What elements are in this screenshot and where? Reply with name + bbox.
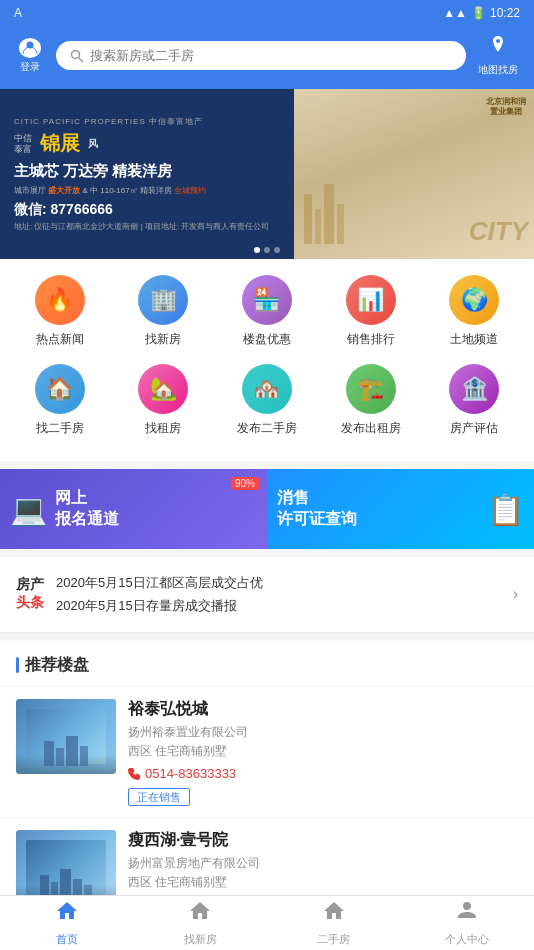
news-item-1[interactable]: 2020年5月15日江都区高层成交占优 — [56, 571, 396, 594]
home-icon — [55, 899, 79, 929]
dot-3 — [274, 247, 280, 253]
property-image-2 — [16, 830, 116, 905]
cat-publish-second[interactable]: 🏘️ 发布二手房 — [227, 364, 307, 437]
banner-subslogan: 城市展厅 盛大开放 & 中 110-167㎡ 精装洋房 全城预约 — [14, 185, 280, 196]
category-row-1: 🔥 热点新闻 🏢 找新房 🏪 楼盘优惠 📊 销售排行 🌍 土地频道 — [8, 275, 526, 348]
search-icon — [70, 49, 84, 63]
svg-point-1 — [72, 50, 80, 58]
dot-2 — [264, 247, 270, 253]
wifi-icon: ▲▲ — [443, 6, 467, 20]
news-list: 2020年5月15日江都区高层成交占优 2020年5月15日存量房成交播报 — [56, 571, 501, 618]
property-area-1: 西区 住宅商铺别墅 — [128, 743, 518, 760]
status-signal-left: A — [14, 6, 22, 20]
cat-discount[interactable]: 🏪 楼盘优惠 — [227, 275, 307, 348]
property-name-1: 裕泰弘悦城 — [128, 699, 518, 720]
sales-rank-icon: 📊 — [346, 275, 396, 325]
nav-profile-label: 个人中心 — [445, 932, 489, 947]
new-house-icon: 🏢 — [138, 275, 188, 325]
nav-second-hand[interactable]: 二手房 — [267, 896, 401, 950]
rent-icon: 🏡 — [138, 364, 188, 414]
cat-publish-rent[interactable]: 🏗️ 发布出租房 — [331, 364, 411, 437]
search-input[interactable] — [90, 48, 452, 63]
news-section[interactable]: 房产 头条 2020年5月15日江都区高层成交占优 2020年5月15日存量房成… — [0, 557, 534, 633]
recommend-header: 推荐楼盘 — [0, 641, 534, 686]
land-icon: 🌍 — [449, 275, 499, 325]
banner-dots — [0, 247, 534, 253]
cat-hot-news[interactable]: 🔥 热点新闻 — [20, 275, 100, 348]
banner-logo: 锦展 — [40, 130, 80, 157]
cat-land[interactable]: 🌍 土地频道 — [434, 275, 514, 348]
nav-new-house[interactable]: 找新房 — [134, 896, 268, 950]
battery-icon: 🔋 — [471, 6, 486, 20]
promo-left-line2: 报名通道 — [55, 509, 119, 530]
news-tag-top: 房产 — [16, 576, 44, 594]
building-image: 北京润和润置业集团 CITY — [294, 89, 534, 259]
banner-left: CITIC PACIFIC PROPERTIES 中信泰富地产 中信泰富 锦展 … — [0, 89, 294, 259]
bottom-nav: 首页 找新房 二手房 个人中心 — [0, 895, 534, 950]
category-row-2: 🏠 找二手房 🏡 找租房 🏘️ 发布二手房 🏗️ 发布出租房 🏦 房产评估 — [8, 364, 526, 437]
recommend-bar-decoration — [16, 657, 19, 673]
property-name-2: 瘦西湖·壹号院 — [128, 830, 518, 851]
property-info-1: 裕泰弘悦城 扬州裕泰置业有限公司 西区 住宅商铺别墅 0514-83633333… — [128, 699, 518, 805]
map-button[interactable]: 地图找房 — [474, 34, 522, 77]
svg-point-3 — [496, 39, 500, 43]
news-item-2[interactable]: 2020年5月15日存量房成交播报 — [56, 594, 396, 617]
search-bar[interactable] — [56, 41, 466, 70]
banner-address: 地址: 仪征与江都南北金沙大道南侧 | 项目地址: 开发商与商人有责任公司 — [14, 221, 280, 232]
banner-right: 北京润和润置业集团 CITY — [294, 89, 534, 259]
banner-slogan: 主城芯 万达旁 精装洋房 — [14, 160, 280, 181]
banner[interactable]: CITIC PACIFIC PROPERTIES 中信泰富地产 中信泰富 锦展 … — [0, 89, 534, 259]
property-status-1: 正在销售 — [128, 787, 518, 805]
category-section: 🔥 热点新闻 🏢 找新房 🏪 楼盘优惠 📊 销售排行 🌍 土地频道 🏠 找二手房… — [0, 259, 534, 461]
property-company-1: 扬州裕泰置业有限公司 — [128, 724, 518, 741]
city-text: CITY — [469, 216, 528, 247]
recommend-title: 推荐楼盘 — [25, 655, 89, 676]
nav-second-hand-label: 二手房 — [317, 932, 350, 947]
second-hand-icon: 🏠 — [35, 364, 85, 414]
map-icon — [487, 34, 509, 61]
cat-rent[interactable]: 🏡 找租房 — [123, 364, 203, 437]
cat-second-hand[interactable]: 🏠 找二手房 — [20, 364, 100, 437]
dot-1 — [254, 247, 260, 253]
publish-second-icon: 🏘️ — [242, 364, 292, 414]
promo-banner-permit[interactable]: 消售 许可证查询 📋 — [267, 469, 534, 549]
news-arrow: › — [513, 585, 518, 603]
banner-tagline: CITIC PACIFIC PROPERTIES 中信泰富地产 — [14, 116, 280, 127]
promo-banner-register[interactable]: 💻 网上 报名通道 90% — [0, 469, 267, 549]
cat-new-house[interactable]: 🏢 找新房 — [123, 275, 203, 348]
nav-profile[interactable]: 个人中心 — [401, 896, 535, 950]
hot-news-icon: 🔥 — [35, 275, 85, 325]
status-badge-1: 正在销售 — [128, 788, 190, 806]
discount-icon: 🏪 — [242, 275, 292, 325]
publish-rent-icon: 🏗️ — [346, 364, 396, 414]
time-display: 10:22 — [490, 6, 520, 20]
cat-evaluation[interactable]: 🏦 房产评估 — [434, 364, 514, 437]
evaluation-icon: 🏦 — [449, 364, 499, 414]
nav-home-label: 首页 — [56, 932, 78, 947]
promo-figure-left: 💻 — [10, 492, 47, 527]
nav-new-house-label: 找新房 — [184, 932, 217, 947]
promo-badge: 90% — [231, 477, 259, 490]
property-company-2: 扬州富景房地产有限公司 — [128, 855, 518, 872]
cat-sales-rank[interactable]: 📊 销售排行 — [331, 275, 411, 348]
property-item-1[interactable]: 裕泰弘悦城 扬州裕泰置业有限公司 西区 住宅商铺别墅 0514-83633333… — [0, 686, 534, 817]
phone-icon-1 — [128, 767, 141, 780]
promo-right-line1: 消售 — [277, 488, 357, 509]
svg-point-4 — [463, 902, 471, 910]
login-button[interactable]: 登录 — [12, 38, 48, 74]
banner-phone: 微信: 87766666 — [14, 201, 280, 219]
property-phone-1[interactable]: 0514-83633333 — [128, 766, 518, 781]
second-hand-nav-icon — [322, 899, 346, 929]
promo-left-line1: 网上 — [55, 488, 119, 509]
map-label: 地图找房 — [478, 63, 518, 77]
news-tag-bottom: 头条 — [16, 594, 44, 612]
nav-home[interactable]: 首页 — [0, 896, 134, 950]
property-image-1 — [16, 699, 116, 774]
status-bar: A ▲▲ 🔋 10:22 — [0, 0, 534, 26]
property-area-2: 西区 住宅商铺别墅 — [128, 874, 518, 891]
promo-banners: 💻 网上 报名通道 90% 消售 许可证查询 📋 — [0, 469, 534, 549]
login-label: 登录 — [20, 60, 40, 74]
news-tag: 房产 头条 — [16, 576, 44, 612]
profile-nav-icon — [455, 899, 479, 929]
new-house-nav-icon — [188, 899, 212, 929]
